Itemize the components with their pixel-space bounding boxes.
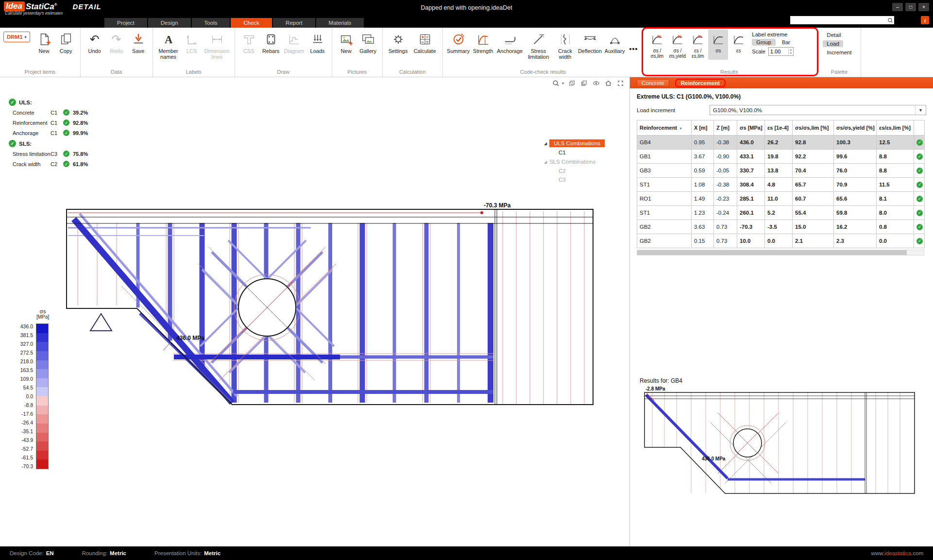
visibility-icon[interactable] xyxy=(592,79,600,87)
member-names-button[interactable]: A Member names xyxy=(156,30,181,61)
save-button[interactable]: Save xyxy=(128,30,149,55)
reinforcement-results-table: Reinforcement▼ X [m] Z [m] σs [MPa] εs [… xyxy=(637,120,925,248)
tree-item-combination[interactable]: C2 xyxy=(544,167,617,175)
tree-expand-icon[interactable]: ◢ xyxy=(544,160,547,164)
ribbon-tab[interactable]: Check xyxy=(231,18,272,28)
ribbon-tab[interactable]: Project xyxy=(104,18,147,28)
table-row[interactable]: RO1 1.49 -0.23 285.1 11.0 60.7 65.6 8.1 xyxy=(637,192,925,206)
project-item-selector[interactable]: DRM1 ▾ xyxy=(3,32,30,42)
new-project-item-button[interactable]: New xyxy=(34,30,55,55)
tree-sls-group[interactable]: ◢ SLS Combinations xyxy=(544,157,617,167)
chevron-down-icon: ▾ xyxy=(25,35,27,39)
stress-limitation-button[interactable]: Stress limitation xyxy=(525,30,553,61)
search-input[interactable] xyxy=(790,17,886,24)
search-icon[interactable] xyxy=(886,17,894,23)
design-code-value: EN xyxy=(46,550,54,556)
table-row[interactable]: GB4 0.95 -0.38 436.0 26.2 92.8 100.3 12.… xyxy=(637,136,925,150)
filter-icon[interactable]: ▼ xyxy=(679,127,682,130)
scale-down-button[interactable]: ▼ xyxy=(790,51,792,55)
strength-curve-icon xyxy=(476,31,491,48)
undo-button[interactable]: ↶ Undo xyxy=(84,30,105,55)
group-label: Project items xyxy=(2,68,78,77)
result-display-button[interactable]: % εs xyxy=(729,30,748,60)
home-view-icon[interactable] xyxy=(604,79,612,87)
model-canvas[interactable]: ▾ U xyxy=(0,77,629,546)
tab-reinforcement[interactable]: Reinforcement xyxy=(675,79,726,87)
table-row[interactable]: GB2 0.15 0.73 10.0 0.0 2.1 2.3 0.0 xyxy=(637,234,925,248)
group-draw: CSS Rebars Diagram xyxy=(235,28,332,77)
rebars-button[interactable]: Rebars xyxy=(260,30,282,55)
table-row[interactable]: GB1 3.67 -0.90 433.1 19.8 92.2 99.6 8.8 xyxy=(637,150,925,164)
more-results-button[interactable]: ••• xyxy=(628,45,640,53)
logo-statica-text: StatiCa xyxy=(26,2,54,11)
tree-uls-group[interactable]: ◢ ULS Combinations xyxy=(544,138,617,148)
svg-text:A: A xyxy=(164,34,172,46)
check-ok-icon xyxy=(63,130,69,136)
tree-item-combination[interactable]: C3 xyxy=(544,175,617,184)
group-toggle-button[interactable]: Group xyxy=(752,39,776,46)
summary-button[interactable]: Summary xyxy=(446,30,471,55)
close-button[interactable]: × xyxy=(918,3,929,11)
gallery-button[interactable]: Gallery xyxy=(357,30,379,55)
app-logo: Idea StatiCa® DETAIL xyxy=(4,1,102,12)
result-display-button[interactable]: % σs xyxy=(708,30,728,60)
anchorage-button[interactable]: Anchorage xyxy=(496,30,524,55)
document-title: Dapped end with opening.ideaDet xyxy=(421,4,512,11)
tab-concrete[interactable]: Concrete xyxy=(637,79,669,87)
palette-load-button[interactable]: Load xyxy=(823,40,843,47)
sls-header: SLS: xyxy=(9,140,96,147)
fit-to-screen-icon[interactable] xyxy=(616,79,625,87)
table-row[interactable]: ST1 1.08 -0.38 308.4 4.8 65.7 70.9 11.5 xyxy=(637,178,925,192)
deflection-button[interactable]: Deflection xyxy=(578,30,602,55)
table-row[interactable]: ST1 1.23 -0.24 260.1 5.2 55.4 59.8 8.0 xyxy=(637,206,925,220)
result-display-button[interactable]: % σs / σs,yield xyxy=(667,30,687,60)
tree-item-uls-combinations[interactable]: ULS Combinations xyxy=(549,139,605,147)
scale-up-button[interactable]: ▲ xyxy=(790,48,792,51)
table-horizontal-scrollbar[interactable] xyxy=(637,250,924,255)
idea-statica-detail-window: Idea StatiCa® DETAIL Calculate yesterday… xyxy=(0,0,933,560)
minimize-button[interactable]: – xyxy=(892,3,903,11)
maximize-button[interactable]: □ xyxy=(905,3,916,11)
palette-increment-button[interactable]: Increment xyxy=(823,49,855,56)
crack-width-button[interactable]: Crack width xyxy=(553,30,577,61)
wireframe-view-icon[interactable] xyxy=(567,79,576,87)
auxiliary-button[interactable]: Auxiliary xyxy=(603,30,627,55)
copy-project-item-button[interactable]: Copy xyxy=(55,30,77,55)
ribbon-tab[interactable]: Materials xyxy=(316,18,364,28)
group-label: Labels xyxy=(155,68,232,77)
chevron-down-icon: ▼ xyxy=(915,105,923,115)
palette-detail-button[interactable]: Detail xyxy=(823,32,845,38)
tree-item-combination[interactable]: C1 xyxy=(544,148,617,157)
load-increment-dropdown[interactable]: G100.0%, V100.0% ▼ xyxy=(710,105,926,115)
ribbon-tab[interactable]: Tools xyxy=(192,18,230,28)
strength-button[interactable]: Strength xyxy=(471,30,495,55)
bar-toggle-button[interactable]: Bar xyxy=(778,39,795,46)
check-result-row: Crack width C2 61.8% xyxy=(9,159,96,169)
result-display-button[interactable]: % σs / σs,lim xyxy=(647,30,667,60)
scale-input[interactable] xyxy=(769,49,788,54)
ribbon-tab[interactable]: Report xyxy=(273,18,315,28)
loads-button[interactable]: Loads xyxy=(307,30,328,55)
results-panel: Concrete Reinforcement Extreme ULS: C1 (… xyxy=(629,77,933,546)
new-picture-button[interactable]: New xyxy=(336,30,357,55)
result-display-button[interactable]: % εs / εs,lim xyxy=(688,30,708,60)
zoom-dropdown-chevron-icon[interactable]: ▾ xyxy=(562,81,564,85)
group-code-check-results: Summary Strength Anchorage xyxy=(443,28,644,77)
bar-stress-label: 436.0 MPa xyxy=(176,335,204,341)
titlebar: Idea StatiCa® DETAIL Calculate yesterday… xyxy=(0,0,933,17)
settings-button[interactable]: Settings xyxy=(386,30,410,55)
zoom-tool-icon[interactable] xyxy=(552,79,560,87)
group-labels: A Member names LCS Dimension lines xyxy=(153,28,235,77)
solid-view-icon[interactable] xyxy=(579,79,588,87)
table-row[interactable]: GB3 0.59 -0.05 330.7 13.8 70.4 76.0 8.8 xyxy=(637,164,925,178)
calculate-button[interactable]: Calculate xyxy=(411,30,439,55)
tree-expand-icon[interactable]: ◢ xyxy=(544,141,547,146)
check-result-row: Concrete C1 39.2% xyxy=(9,107,96,118)
group-palette: Detail Load Increment Palette xyxy=(817,28,861,77)
ribbon-tab[interactable]: Design xyxy=(148,18,191,28)
units-label: Presentation Units: xyxy=(154,550,202,556)
info-button[interactable]: i xyxy=(921,16,929,24)
anchorage-icon xyxy=(503,31,517,48)
website-link[interactable]: www.ideastatica.com xyxy=(871,550,923,556)
table-row[interactable]: GB2 3.63 0.73 -70.3 -3.5 15.0 16.2 0.8 xyxy=(637,220,925,234)
